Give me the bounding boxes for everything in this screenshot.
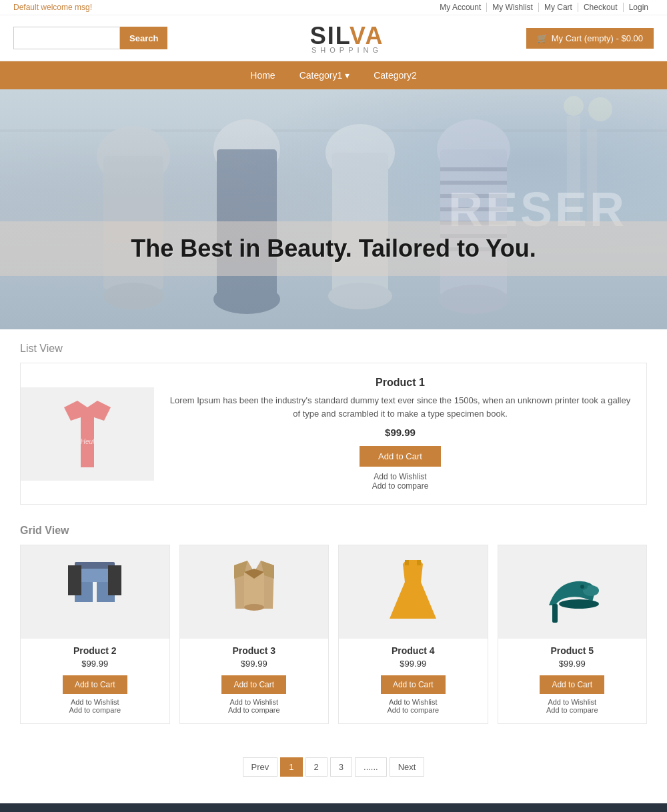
hero-banner: RESER The Best in Beauty. Tailored to Yo… (0, 89, 667, 329)
grid-product-3: Product 3 $99.99 Add to Cart Add to Wish… (179, 545, 329, 724)
my-account-link[interactable]: My Account (434, 3, 487, 12)
grid-wishlist-3[interactable]: Add to Wishlist (180, 698, 329, 706)
grid-product-5-name: Product 5 (498, 645, 647, 656)
grid-product-4-name: Product 4 (339, 645, 488, 656)
grid-wishlist-2[interactable]: Add to Wishlist (21, 698, 169, 706)
hero-text-box: The Best in Beauty. Tailored to You. (0, 221, 667, 276)
list-product-price: $99.99 (167, 427, 633, 438)
svg-rect-30 (68, 565, 81, 595)
grid-product-5: Product 5 $99.99 Add to Cart Add to Wish… (498, 545, 648, 724)
list-compare-link[interactable]: Add to compare (167, 481, 633, 491)
page-ellipsis[interactable]: ...... (355, 757, 387, 777)
welcome-message: Default welcome msg! (13, 3, 92, 12)
svg-rect-41 (405, 560, 409, 565)
top-links: My Account My Wishlist My Cart Checkout … (434, 3, 654, 12)
svg-point-9 (328, 283, 392, 309)
cart-button[interactable]: 🛒 My Cart (empty) - $0.00 (526, 28, 654, 49)
list-product-links: Add to Wishlist Add to compare (167, 472, 633, 491)
list-wishlist-link[interactable]: Add to Wishlist (167, 472, 633, 481)
cart-label: My Cart (empty) - $0.00 (552, 33, 643, 43)
my-wishlist-link[interactable]: My Wishlist (487, 3, 539, 12)
svg-rect-31 (108, 565, 121, 595)
list-view-label: List View (20, 343, 647, 355)
list-add-to-cart-button[interactable]: Add to Cart (360, 446, 441, 467)
grid-compare-2[interactable]: Add to compare (21, 706, 169, 714)
pagination: Prev 1 2 3 ...... Next (20, 744, 647, 790)
grid-add-cart-4[interactable]: Add to Cart (381, 675, 446, 694)
grid-product-4-price: $99.99 (339, 659, 488, 669)
grid-wishlist-4[interactable]: Add to Wishlist (339, 698, 488, 706)
product2-svg (61, 555, 128, 629)
product3-svg (221, 555, 287, 629)
product1-image-svg: Heul (54, 394, 121, 474)
nav-category2[interactable]: Category2 (362, 61, 429, 89)
svg-text:Heul: Heul (81, 438, 95, 445)
list-product-name: Product 1 (167, 377, 633, 389)
svg-point-3 (103, 283, 163, 309)
grid-product-2-name: Product 2 (21, 645, 169, 656)
search-button[interactable]: Search (120, 27, 167, 49)
grid-product-3-name: Product 3 (180, 645, 329, 656)
top-bar: Default welcome msg! My Account My Wishl… (0, 0, 667, 15)
svg-point-44 (559, 599, 599, 609)
list-product-info: Product 1 Lorem Ipsum has been the indus… (154, 363, 646, 504)
svg-marker-40 (390, 582, 436, 619)
next-page-button[interactable]: Next (390, 757, 425, 777)
nav-category1[interactable]: Category1 ▾ (287, 61, 362, 89)
search-bar: Search (13, 27, 167, 49)
grid-links-2: Add to Wishlist Add to compare (21, 698, 169, 714)
grid-links-3: Add to Wishlist Add to compare (180, 698, 329, 714)
page-1-button[interactable]: 1 (280, 757, 302, 777)
grid-product-3-image (180, 545, 329, 639)
svg-point-22 (588, 97, 612, 121)
logo-text-sil: SIL (310, 22, 350, 49)
svg-point-36 (244, 604, 264, 611)
svg-point-19 (439, 285, 508, 314)
prev-page-button[interactable]: Prev (243, 757, 278, 777)
logo-sub: SHOPPING (310, 46, 384, 54)
grid-products: Product 2 $99.99 Add to Cart Add to Wish… (20, 545, 647, 724)
svg-marker-24 (64, 401, 111, 467)
product5-svg (536, 552, 609, 632)
product4-svg (380, 552, 446, 632)
logo: SILVA SHOPPING (310, 22, 384, 54)
grid-add-cart-2[interactable]: Add to Cart (63, 675, 127, 694)
grid-compare-3[interactable]: Add to compare (180, 706, 329, 714)
footer: Magento Theme Designed With TemplateToas… (0, 803, 667, 812)
grid-product-4-image (339, 545, 488, 639)
page-3-button[interactable]: 3 (330, 757, 352, 777)
grid-product-2-image (21, 545, 169, 639)
grid-compare-4[interactable]: Add to compare (339, 706, 488, 714)
grid-add-cart-5[interactable]: Add to Cart (540, 675, 604, 694)
grid-wishlist-5[interactable]: Add to Wishlist (498, 698, 647, 706)
svg-rect-43 (552, 604, 558, 623)
my-cart-link[interactable]: My Cart (539, 3, 578, 12)
checkout-link[interactable]: Checkout (578, 3, 624, 12)
grid-product-4: Product 4 $99.99 Add to Cart Add to Wish… (338, 545, 488, 724)
navigation: Home Category1 ▾ Category2 (0, 61, 667, 89)
grid-product-2: Product 2 $99.99 Add to Cart Add to Wish… (20, 545, 170, 724)
products-section: List View Heul Product 1 Lorem Ipsum has… (0, 329, 667, 803)
list-product: Heul Product 1 Lorem Ipsum has been the … (20, 363, 647, 505)
grid-add-cart-3[interactable]: Add to Cart (221, 675, 286, 694)
grid-links-4: Add to Wishlist Add to compare (339, 698, 488, 714)
page-2-button[interactable]: 2 (305, 757, 327, 777)
list-product-image: Heul (21, 387, 154, 481)
hero-title: The Best in Beauty. Tailored to You. (27, 235, 640, 263)
list-product-desc: Lorem Ipsum has been the industry's stan… (167, 394, 633, 420)
header: Search SILVA SHOPPING 🛒 My Cart (empty) … (0, 15, 667, 61)
cart-icon: 🛒 (537, 33, 548, 43)
grid-product-2-price: $99.99 (21, 659, 169, 669)
grid-compare-5[interactable]: Add to compare (498, 706, 647, 714)
grid-product-3-price: $99.99 (180, 659, 329, 669)
nav-home[interactable]: Home (238, 61, 287, 89)
grid-product-5-image (498, 545, 647, 639)
svg-point-6 (213, 285, 280, 314)
svg-rect-42 (417, 560, 421, 565)
svg-point-23 (564, 96, 584, 116)
grid-links-5: Add to Wishlist Add to compare (498, 698, 647, 714)
grid-view-label: Grid View (20, 525, 647, 537)
search-input[interactable] (13, 27, 120, 49)
grid-product-5-price: $99.99 (498, 659, 647, 669)
login-link[interactable]: Login (624, 3, 654, 12)
